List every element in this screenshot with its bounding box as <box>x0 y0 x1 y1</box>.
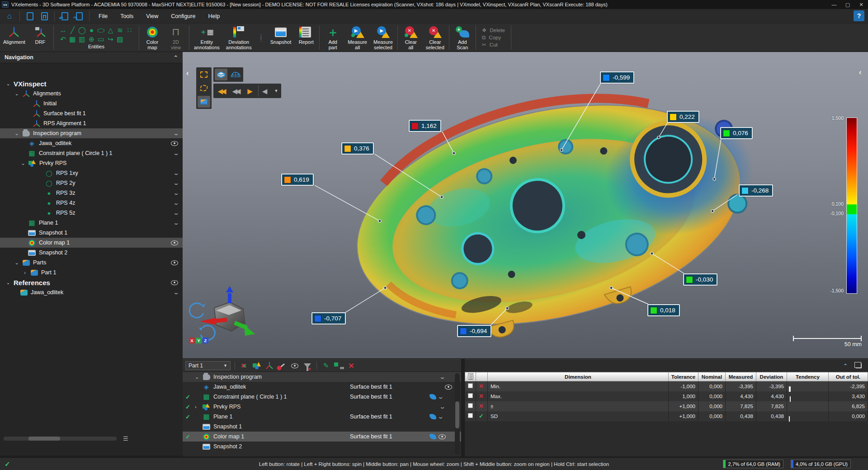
part-selector[interactable]: Part 1▼ <box>185 361 231 370</box>
plane-icon[interactable]: ▦ <box>69 36 75 42</box>
deviation-annotation[interactable]: -0,694 <box>457 325 491 337</box>
expander-icon[interactable]: ⌄ <box>14 131 19 136</box>
deviation-annotation[interactable]: 0,376 <box>341 142 374 155</box>
chevron-down-icon[interactable]: ⌄ <box>173 131 179 136</box>
step-left-icon[interactable]: ◀ <box>258 85 271 97</box>
clear-selected-button[interactable]: ✕ Clear selected <box>423 24 448 52</box>
clear-entities-icon[interactable] <box>239 361 249 370</box>
row-checkbox[interactable] <box>468 413 473 418</box>
column-header-nominal[interactable]: Nominal <box>698 372 726 381</box>
nav-item-parts[interactable]: ⌄Parts <box>0 258 183 268</box>
cut-button[interactable]: ✂Cut <box>482 42 505 48</box>
new-session-button[interactable] <box>23 10 37 22</box>
solid-view-icon[interactable] <box>215 69 227 80</box>
chevron-down-icon[interactable]: ⌄ <box>173 210 179 216</box>
nav-item-prvky-rps[interactable]: ⌄Prvky RPS <box>0 158 183 168</box>
model-3d[interactable] <box>183 52 868 358</box>
expander-icon[interactable]: ⌄ <box>21 160 25 166</box>
menu-configure[interactable]: Configure <box>165 11 201 21</box>
nav-item-rps-4z[interactable]: ●RPS 4z⌄ <box>0 198 183 208</box>
color-map-button[interactable]: Color map <box>141 24 164 52</box>
column-header-measured[interactable]: Measured <box>726 372 756 381</box>
expander-icon[interactable]: ⌄ <box>195 374 199 380</box>
measure-all-button[interactable]: ▶ Measure all <box>344 24 370 52</box>
link-entities-icon[interactable] <box>334 361 344 370</box>
clear-all-button[interactable]: ✕ Clear all <box>399 24 423 52</box>
expander-icon[interactable]: ⌄ <box>14 91 19 97</box>
nav-item-rps-1xy[interactable]: ◯RPS 1xy⌄ <box>0 168 183 178</box>
add-part-button[interactable]: ＋ Add part <box>321 24 344 52</box>
alignment-button[interactable]: Alignment <box>0 24 28 52</box>
chevron-down-icon[interactable]: ⌄ <box>173 290 179 296</box>
menu-tools[interactable]: Tools <box>114 11 139 21</box>
select-through-part-icon[interactable] <box>198 96 210 108</box>
row-checkbox[interactable] <box>468 393 473 398</box>
distance-icon[interactable]: ↔ <box>60 27 66 33</box>
visibility-eye-icon[interactable] <box>171 141 178 146</box>
3d-viewport[interactable]: ‹ ‹ ◀◀ ◀◀ ▶ ◀ ▼ -0,599 1,162 0,222 0,076… <box>183 52 868 358</box>
nav-item-jawa-odlitek[interactable]: ◈Jawa_odlitek <box>0 138 183 148</box>
chevron-down-icon[interactable]: ⌄ <box>173 150 179 156</box>
table-row-sd[interactable]: ✓ SD +1,000 0,000 0,438 0,438 0,000 <box>465 411 868 421</box>
visibility-eye-icon[interactable] <box>171 280 178 285</box>
chevron-down-icon[interactable]: ⌄ <box>173 170 179 176</box>
nav-item-rps-alignment-1[interactable]: RPS Alignment 1 <box>0 118 183 128</box>
nav-item-rps-5z[interactable]: ●RPS 5z⌄ <box>0 208 183 218</box>
slot-icon[interactable]: ↪ <box>108 36 113 42</box>
planes-stack-icon[interactable]: ≋ <box>117 27 123 33</box>
scrollbar-thumb[interactable] <box>28 437 60 441</box>
orientation-dropdown-icon[interactable]: ▼ <box>273 85 280 97</box>
point-icon[interactable]: ● <box>90 27 94 33</box>
collapse-left-panel-icon[interactable]: ‹ <box>186 69 189 77</box>
list-item-inspection-program[interactable]: ⌄Inspection program⌄ <box>183 372 461 382</box>
deviation-annotation[interactable]: 0,076 <box>720 127 753 139</box>
deviation-annotation[interactable]: 1,162 <box>409 120 441 132</box>
sphere-icon[interactable]: ⊕ <box>89 36 94 42</box>
list-item-color-map-1[interactable]: ✓Color map 1Surface best fit 1 <box>183 432 461 442</box>
minimize-button[interactable]: — <box>827 0 841 9</box>
nav-item-part-1[interactable]: ›Part 1 <box>0 268 183 277</box>
visibility-eye-icon[interactable] <box>171 260 178 265</box>
visibility-eye-icon[interactable] <box>445 385 452 390</box>
menu-view[interactable]: View <box>140 11 164 21</box>
nav-item-initial[interactable]: Initial <box>0 99 183 108</box>
scrollbar-thumb[interactable] <box>455 401 459 428</box>
circle-icon[interactable]: ◯ <box>78 27 86 33</box>
chevron-down-icon[interactable]: ⌄ <box>173 190 179 196</box>
nav-item-plane-1[interactable]: ▦Plane 1⌄ <box>0 218 183 228</box>
snapshot-button[interactable]: Snapshot <box>267 24 294 52</box>
chevron-down-icon[interactable]: ⌄ <box>439 374 446 380</box>
line-icon[interactable]: ╱ <box>71 27 75 33</box>
expander-icon[interactable]: ⌄ <box>14 260 19 266</box>
deviation-annotation[interactable]: -0,268 <box>739 184 773 197</box>
cone-icon[interactable]: △ <box>108 27 113 33</box>
rectangle-selection-icon[interactable] <box>198 69 210 80</box>
filter-icon[interactable] <box>302 361 312 370</box>
curve-icon[interactable]: ↶ <box>60 36 66 42</box>
play-right-icon[interactable]: ▶ <box>244 85 256 97</box>
drf-button[interactable]: DRF <box>28 24 52 52</box>
menu-help[interactable]: Help <box>202 11 226 21</box>
nav-item-color-map-1[interactable]: Color map 1 <box>0 238 183 248</box>
vertical-scrollbar[interactable] <box>455 373 460 455</box>
row-checkbox[interactable] <box>468 403 473 408</box>
home-button[interactable]: ⌂ <box>3 10 16 22</box>
chevron-down-icon[interactable]: ⌄ <box>173 200 179 206</box>
chevron-down-icon[interactable]: ⌄ <box>439 404 446 410</box>
visibility-eye-icon[interactable] <box>439 434 446 439</box>
flip-left-gray-icon[interactable]: ◀◀ <box>229 85 242 97</box>
deviation-annotation[interactable]: 0,018 <box>647 304 680 316</box>
undock-panel-icon[interactable] <box>856 363 862 368</box>
collapse-right-panel-icon[interactable]: ‹ <box>859 68 861 76</box>
list-item-constraint-plane[interactable]: ✓▦Constraint plane ( Circle 1 ) 1Surface… <box>183 392 461 402</box>
edit-icon[interactable]: ✎ <box>321 361 331 370</box>
entity-annotations-button[interactable]: ＋▦ Entity annotations <box>191 24 223 52</box>
chevron-down-icon[interactable]: ⌄ <box>173 220 179 226</box>
deviation-annotation[interactable]: -0,030 <box>683 273 717 286</box>
table-row-min[interactable]: ✕ Min. -1,000 0,000 -3,395 -3,395 -2,395 <box>465 381 868 391</box>
expander-icon[interactable]: › <box>23 270 27 275</box>
deviation-annotation[interactable]: -0,707 <box>311 312 346 324</box>
nav-item-snapshot-1[interactable]: Snapshot 1 <box>0 228 183 238</box>
column-header-tolerance[interactable]: Tolerance <box>669 372 698 381</box>
column-header-dimension[interactable]: Dimension <box>488 372 669 381</box>
